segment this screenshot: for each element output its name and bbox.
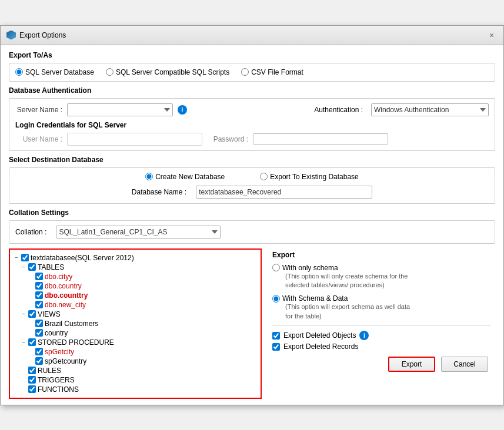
login-credentials-title: Login Credentials for SQL Server: [15, 121, 489, 129]
export-deleted-objects-label: Export Deleted Objects: [283, 331, 356, 340]
tree-dbo-counttry: dbo.counttry: [14, 291, 257, 300]
cancel-button[interactable]: Cancel: [441, 357, 488, 372]
triggers-checkbox[interactable]: [28, 376, 36, 384]
database-name-row: Database Name :: [15, 186, 489, 199]
country-checkbox[interactable]: [35, 282, 43, 290]
database-auth-section: Database Authentication Server Name : i …: [9, 86, 495, 151]
close-button[interactable]: ×: [486, 29, 498, 41]
tables-toggle[interactable]: −: [21, 264, 26, 270]
username-input[interactable]: [67, 133, 202, 146]
export-format-radio-group: SQL Server Database SQL Server Compatibl…: [15, 68, 489, 76]
country-view-label: country: [45, 329, 68, 337]
tree-panel: − textdatabasee(SQL Server 2012) − TABLE…: [9, 248, 262, 399]
export-panel: Export With only schema (This option wil…: [268, 248, 495, 399]
radio-export-existing-label: Export To Existing Database: [270, 173, 359, 181]
button-row: Export Cancel: [272, 357, 490, 372]
radio-sql-server-db-label: SQL Server Database: [25, 68, 94, 76]
tree-rules: RULES: [14, 366, 257, 375]
radio-export-existing[interactable]: Export To Existing Database: [260, 173, 359, 181]
tree-spGetcountry: spGetcountry: [14, 357, 257, 366]
tree-functions: FUNCTIONS: [14, 385, 257, 394]
tables-checkbox[interactable]: [28, 263, 36, 271]
radio-csv-label: CSV File Format: [251, 68, 303, 76]
deleted-objects-info-icon[interactable]: i: [359, 331, 369, 340]
counttry-checkbox[interactable]: [35, 291, 43, 299]
tree-spGetcity: spGetcity: [14, 347, 257, 357]
collation-label: Collation :: [15, 228, 46, 236]
export-separator: [272, 325, 490, 326]
schema-only-desc: (This option will only create schema for…: [285, 272, 415, 290]
tree-dbo-new-city: dbo.new_city: [14, 300, 257, 310]
triggers-label: TRIGGERS: [38, 376, 75, 384]
country-label: dbo.country: [45, 282, 82, 290]
server-info-icon[interactable]: i: [178, 105, 187, 115]
export-to-as-border: SQL Server Database SQL Server Compatibl…: [9, 63, 495, 82]
tree-dbo-country: dbo.country: [14, 281, 257, 291]
app-icon: [6, 31, 16, 40]
radio-schema-data[interactable]: With Schema & Data: [272, 294, 490, 303]
radio-create-new-label: Create New Database: [155, 173, 225, 181]
views-toggle[interactable]: −: [21, 311, 26, 317]
spGetcountry-checkbox[interactable]: [35, 357, 43, 365]
spGetcity-label: spGetcity: [45, 348, 74, 356]
authentication-select[interactable]: Windows Authentication SQL Server Authen…: [371, 103, 489, 116]
tree-triggers: TRIGGERS: [14, 375, 257, 385]
collation-section: Collation Settings Collation : SQL_Latin…: [9, 209, 495, 244]
database-name-input[interactable]: [196, 186, 372, 199]
views-label: VIEWS: [38, 310, 61, 318]
brazil-checkbox[interactable]: [35, 320, 43, 327]
tree-views: − VIEWS: [14, 310, 257, 319]
radio-create-new[interactable]: Create New Database: [145, 173, 225, 181]
functions-checkbox[interactable]: [28, 385, 36, 393]
root-toggle[interactable]: −: [14, 254, 19, 261]
database-auth-title: Database Authentication: [9, 86, 495, 95]
login-credentials-row: User Name : Password :: [15, 133, 489, 146]
radio-sql-server-db[interactable]: SQL Server Database: [15, 68, 94, 76]
root-checkbox[interactable]: [21, 254, 29, 261]
radio-sql-compatible-label: SQL Server Compatible SQL Scripts: [116, 68, 229, 76]
stored-proc-toggle[interactable]: −: [21, 339, 26, 345]
country-view-checkbox[interactable]: [35, 329, 43, 337]
export-deleted-records-label: Export Deleted Records: [283, 342, 358, 351]
stored-proc-checkbox[interactable]: [28, 338, 36, 346]
title-bar: Export Options ×: [1, 26, 503, 45]
brazil-label: Brazil Customers: [45, 320, 98, 328]
stored-proc-label: STORED PROCEDURE: [38, 338, 114, 347]
radio-schema-only[interactable]: With only schema: [272, 264, 490, 272]
cityy-checkbox[interactable]: [35, 273, 43, 280]
database-name-label: Database Name :: [132, 188, 186, 196]
views-checkbox[interactable]: [28, 310, 36, 318]
tree-brazil: Brazil Customers: [14, 319, 257, 328]
spGetcity-checkbox[interactable]: [35, 348, 43, 355]
new-city-label: dbo.new_city: [45, 301, 86, 309]
dialog-body: Export To/As SQL Server Database SQL Ser…: [1, 45, 503, 405]
collation-row: Collation : SQL_Latin1_General_CP1_CI_AS…: [15, 226, 489, 238]
authentication-label: Authentication :: [314, 106, 363, 114]
title-bar-left: Export Options: [6, 31, 66, 40]
export-deleted-records-checkbox[interactable]: [272, 343, 280, 351]
collation-border: Collation : SQL_Latin1_General_CP1_CI_AS…: [9, 220, 495, 244]
export-button[interactable]: Export: [388, 357, 435, 372]
destination-db-border: Create New Database Export To Existing D…: [9, 167, 495, 204]
schema-data-option: With Schema & Data (This option will exp…: [272, 294, 490, 321]
destination-db-section: Select Destination Database Create New D…: [9, 156, 495, 204]
username-label: User Name :: [15, 135, 62, 143]
tables-label: TABLES: [38, 263, 64, 271]
collation-select[interactable]: SQL_Latin1_General_CP1_CI_AS Latin1_Gene…: [56, 226, 221, 238]
new-city-checkbox[interactable]: [35, 301, 43, 308]
spGetcountry-label: spGetcountry: [45, 357, 86, 365]
radio-sql-compatible[interactable]: SQL Server Compatible SQL Scripts: [106, 68, 229, 76]
functions-label: FUNCTIONS: [38, 385, 79, 394]
bottom-section: − textdatabasee(SQL Server 2012) − TABLE…: [9, 248, 495, 399]
export-to-as-title: Export To/As: [9, 51, 495, 59]
cityy-label: dbo.cityy: [45, 273, 72, 281]
server-name-select[interactable]: [67, 103, 173, 116]
radio-csv-format[interactable]: CSV File Format: [241, 68, 303, 76]
rules-checkbox[interactable]: [28, 367, 36, 374]
password-input[interactable]: [253, 133, 388, 145]
export-panel-title: Export: [272, 251, 490, 259]
password-label: Password :: [207, 135, 248, 143]
export-deleted-objects-checkbox[interactable]: [272, 332, 280, 340]
tree-root: − textdatabasee(SQL Server 2012): [14, 253, 257, 263]
destination-radio-group: Create New Database Export To Existing D…: [15, 173, 489, 181]
